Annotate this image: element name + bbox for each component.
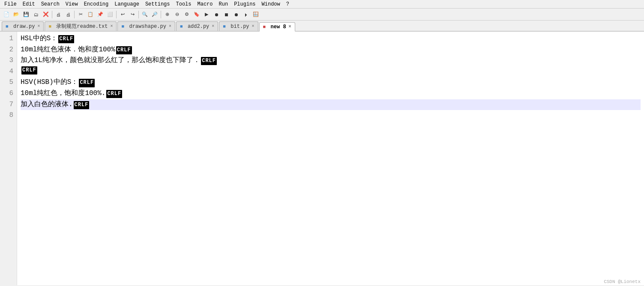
tab-drawshape-py[interactable]: ■drawshape.py×: [117, 21, 175, 31]
code-line: HSL中的S：CRLF: [21, 33, 641, 45]
playback-button[interactable]: ⏵: [241, 10, 251, 19]
menu-item-help[interactable]: ?: [284, 1, 292, 8]
redo-button[interactable]: ↪: [128, 10, 137, 19]
tab-close-button[interactable]: ×: [37, 24, 40, 29]
tab-file-icon: ■: [48, 24, 54, 29]
code-line: CRLF: [21, 66, 641, 77]
tab-close-button[interactable]: ×: [252, 24, 255, 29]
tab-bit-py[interactable]: ■bit.py×: [219, 21, 258, 31]
menu-item-encoding[interactable]: Encoding: [81, 1, 111, 8]
crlf-marker: CRLF: [79, 79, 95, 87]
line-number: 3: [2, 55, 13, 66]
code-line: 加入1L纯净水，颜色就没那么红了，那么饱和度也下降了．CRLF: [21, 55, 641, 66]
tab-close-button[interactable]: ×: [289, 24, 291, 29]
line-text: 加入1L纯净水，颜色就没那么红了，那么饱和度也下降了．: [21, 55, 200, 66]
code-line: 10ml纯红色液体．饱和度100%CRLF: [21, 45, 641, 56]
save-all-button[interactable]: 🗂: [31, 10, 41, 19]
separator-4: [138, 11, 139, 18]
print-button[interactable]: 🖨: [54, 10, 63, 19]
tab-file-icon: ■: [180, 24, 186, 29]
tab-label: bit.py: [231, 24, 249, 30]
code-line: 10ml纯红色，饱和度100%.CRLF: [21, 88, 641, 99]
menu-item-run[interactable]: Run: [216, 1, 231, 8]
tab-close-button[interactable]: ×: [212, 24, 214, 29]
zoom-in-button[interactable]: ⊕: [162, 10, 172, 19]
line-text: HSV(HSB)中的S：: [21, 77, 78, 88]
line-number: 4: [2, 66, 13, 77]
editor-container: 12345678 HSL中的S：CRLF10ml纯红色液体．饱和度100%CRL…: [0, 32, 644, 285]
line-number: 7: [2, 99, 13, 110]
tab-label: new 8: [271, 24, 286, 30]
menu-item-plugins[interactable]: Plugins: [231, 1, 258, 8]
menu-item-tools[interactable]: Tools: [173, 1, 194, 8]
zoom-out-button[interactable]: ⊖: [172, 10, 182, 19]
separator-1: [52, 11, 52, 18]
format-button[interactable]: ⚙: [182, 10, 192, 19]
menu-item-view[interactable]: View: [63, 1, 81, 8]
crlf-marker: CRLF: [106, 90, 122, 98]
menubar: FileEditSearchViewEncodingLanguageSettin…: [0, 0, 644, 9]
line-text: HSL中的S：: [21, 33, 57, 45]
code-line: HSV(HSB)中的S：CRLF: [21, 77, 641, 88]
line-text: 10ml纯红色，饱和度100%.: [21, 88, 105, 99]
line-text: 10ml纯红色液体．饱和度100%: [21, 45, 115, 56]
line-number: 2: [2, 45, 13, 56]
menu-item-window[interactable]: Window: [259, 1, 283, 8]
open-button[interactable]: 📂: [12, 10, 21, 19]
tab-label: 录制规范readme.txt: [56, 23, 108, 30]
tab-add2-py[interactable]: ■add2.py×: [176, 21, 218, 31]
code-line: 加入白色的液体.CRLF: [21, 99, 641, 110]
bookmark-button[interactable]: 🔖: [192, 10, 201, 19]
menu-item-search[interactable]: Search: [39, 1, 62, 8]
crlf-marker: CRLF: [116, 46, 132, 54]
crlf-marker: CRLF: [21, 66, 37, 74]
cut-button[interactable]: ✂: [76, 10, 85, 19]
crlf-marker: CRLF: [201, 57, 217, 65]
tab-new8[interactable]: ■new 8×: [259, 22, 295, 32]
separator-2: [74, 11, 75, 18]
tab-label: drawshape.py: [129, 24, 166, 30]
toolbar: 📄 📂 💾 🗂 ❌ 🖨 🖨 ✂ 📋 📌 ⬜ ↩ ↪ 🔍 🔎 ⊕ ⊖ ⚙ 🔖 ▶ …: [0, 9, 644, 21]
stop-button[interactable]: ⏹: [222, 10, 231, 19]
tabs-bar: ■draw.py×■录制规范readme.txt×■drawshape.py×■…: [0, 21, 644, 32]
menu-item-edit[interactable]: Edit: [20, 1, 38, 8]
menu-item-settings[interactable]: Settings: [143, 1, 173, 8]
crlf-marker: CRLF: [58, 35, 74, 43]
code-line: [21, 110, 641, 121]
line-numbers: 12345678: [0, 32, 17, 285]
paste-button[interactable]: 📌: [96, 10, 105, 19]
line-number: 5: [2, 77, 13, 88]
menu-item-macro[interactable]: Macro: [195, 1, 216, 8]
tab-draw-py[interactable]: ■draw.py×: [2, 21, 44, 31]
window-button[interactable]: 🪟: [251, 10, 261, 19]
close-button[interactable]: ❌: [41, 10, 51, 19]
menu-item-language[interactable]: Language: [112, 1, 142, 8]
editor-content[interactable]: HSL中的S：CRLF10ml纯红色液体．饱和度100%CRLF加入1L纯净水，…: [17, 32, 644, 285]
find-button[interactable]: 🔍: [140, 10, 150, 19]
separator-5: [161, 11, 161, 18]
select-all-button[interactable]: ⬜: [105, 10, 115, 19]
tab-label: add2.py: [188, 24, 209, 30]
print-preview-button[interactable]: 🖨: [63, 10, 73, 19]
replace-button[interactable]: 🔎: [150, 10, 159, 19]
copy-button[interactable]: 📋: [86, 10, 95, 19]
save-button[interactable]: 💾: [21, 10, 31, 19]
run-button[interactable]: ▶: [202, 10, 211, 19]
tab-file-icon: ■: [121, 24, 127, 29]
line-text: 加入白色的液体.: [21, 99, 73, 110]
macro-button[interactable]: ⏺: [212, 10, 221, 19]
undo-button[interactable]: ↩: [118, 10, 127, 19]
tab-file-icon: ■: [6, 24, 12, 29]
line-number: 6: [2, 88, 13, 99]
separator-3: [116, 11, 117, 18]
tab-close-button[interactable]: ×: [110, 24, 113, 29]
tab-close-button[interactable]: ×: [169, 24, 171, 29]
menu-item-file[interactable]: File: [2, 1, 19, 8]
tab-readme-txt[interactable]: ■录制规范readme.txt×: [45, 21, 117, 31]
new-button[interactable]: 📄: [2, 10, 11, 19]
watermark: CSDN @Lionetx: [604, 279, 641, 284]
crlf-marker: CRLF: [74, 101, 90, 109]
tab-file-icon: ■: [223, 24, 229, 29]
record-button[interactable]: ⏺: [231, 10, 241, 19]
tab-label: draw.py: [13, 24, 35, 30]
